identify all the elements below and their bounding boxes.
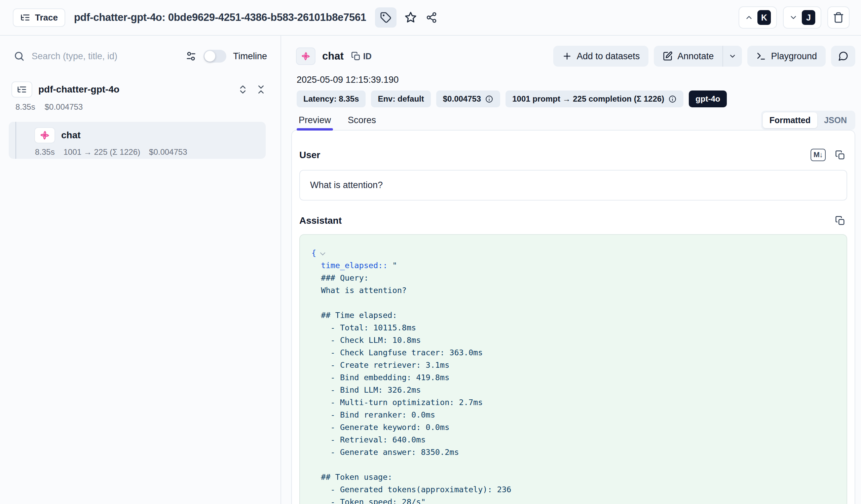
generation-pinwheel-icon (39, 130, 51, 141)
expand-all-button[interactable] (237, 84, 248, 95)
search-row: Timeline (9, 44, 272, 68)
observation-tree: pdf-chatter-gpt-4o 8.35s $ (9, 81, 272, 159)
shortcut-key-k: K (757, 10, 771, 25)
annotate-dropdown-button[interactable] (722, 46, 742, 67)
add-to-datasets-label: Add to datasets (577, 51, 640, 62)
copy-icon[interactable] (835, 216, 845, 226)
top-bar: Trace pdf-chatter-gpt-4o: 0bde9629-4251-… (0, 0, 861, 36)
tab-bar: Preview Scores Formatted JSON (291, 111, 855, 130)
next-trace-button[interactable]: J (783, 6, 821, 29)
info-icon[interactable] (485, 95, 493, 103)
tree-fold-controls (237, 84, 266, 95)
code-line: - Bind embedding: 419.8ms (312, 371, 835, 384)
observation-name: chat (61, 130, 81, 141)
copy-icon (351, 52, 360, 61)
code-line: - Bind reranker: 0.0ms (312, 409, 835, 421)
playground-button[interactable]: Playground (747, 46, 826, 67)
filter-sliders-icon[interactable] (185, 51, 197, 62)
code-line (312, 297, 835, 309)
page-title: pdf-chatter-gpt-4o: 0bde9629-4251-4386-b… (74, 11, 366, 24)
shortcut-key-j: J (802, 10, 815, 25)
tab-preview[interactable]: Preview (297, 111, 333, 130)
search-input[interactable] (32, 51, 179, 62)
model-badge: gpt-4o (689, 91, 727, 107)
info-icon[interactable] (668, 95, 677, 103)
terminal-icon (756, 51, 766, 61)
code-line: ### Query: (312, 272, 835, 284)
user-heading: User (299, 150, 320, 161)
code-line: - Generate keyword: 0.0ms (312, 421, 835, 434)
assistant-section-header: Assistant (299, 215, 847, 226)
code-line: - Check Langfuse tracer: 363.0ms (312, 346, 835, 359)
observation-latency: 8.35s (35, 147, 55, 157)
observation-timestamp: 2025-05-09 12:15:39.190 (297, 75, 855, 85)
io-preview-card: User M↓ What is attention? Assistant { t… (291, 130, 855, 504)
code-line: - Token speed: 28/s" (312, 496, 835, 504)
copy-id-button[interactable]: ID (351, 52, 372, 61)
code-line (312, 459, 835, 471)
add-to-datasets-button[interactable]: Add to datasets (553, 46, 649, 67)
collapse-all-button[interactable] (256, 84, 266, 95)
chevrons-down-up-icon (256, 84, 266, 95)
observation-tokens: 1001 → 225 (Σ 1226) (64, 147, 140, 157)
list-tree-icon (20, 12, 30, 23)
code-line: What is attention? (312, 284, 835, 297)
cost-badge: $0.004753 (436, 91, 500, 107)
json-option[interactable]: JSON (817, 112, 853, 128)
code-line: - Generate answer: 8350.2ms (312, 446, 835, 459)
observation-detail-panel: chat ID Add to datasets Annotate (281, 36, 861, 504)
copy-icon[interactable] (835, 150, 845, 160)
user-message: What is attention? (299, 170, 847, 201)
code-line: - Check LLM: 10.8ms (312, 334, 835, 346)
star-button[interactable] (402, 9, 420, 26)
collapse-json-icon[interactable] (320, 250, 326, 256)
playground-label: Playground (771, 51, 817, 62)
annotate-button[interactable]: Annotate (654, 46, 722, 67)
share-button[interactable] (423, 9, 440, 26)
chevron-up-icon (744, 13, 753, 22)
code-line: - Total: 10115.8ms (312, 322, 835, 334)
chevron-down-icon (728, 52, 737, 60)
trace-tree-sidebar: Timeline pdf-chatter-gpt-4o (0, 36, 281, 504)
tag-icon (380, 12, 392, 23)
share-icon (426, 12, 437, 23)
observation-header: chat ID Add to datasets Annotate (296, 46, 855, 67)
observation-item-chat[interactable]: chat 8.35s 1001 → 225 (Σ 1226) $0.004753 (9, 122, 266, 159)
latency-badge: Latency: 8.35s (297, 91, 366, 107)
toggle-knob (204, 51, 215, 62)
assistant-output-json: { time_elapsed:: " ### Query: What is at… (299, 234, 847, 504)
format-segmented-control: Formatted JSON (761, 111, 855, 130)
star-icon (404, 11, 417, 24)
token-usage-badge: 1001 prompt → 225 completion (Σ 1226) (506, 91, 683, 107)
topbar-nav-group: K J (739, 6, 850, 29)
code-line: - Multi-turn optimization: 2.7ms (312, 396, 835, 409)
trace-node-metrics: 8.35s $0.004753 (15, 102, 272, 112)
plus-icon (562, 51, 572, 61)
assistant-code-lines: { time_elapsed:: " ### Query: What is at… (312, 247, 835, 504)
generation-header-pill (296, 47, 315, 65)
env-badge: Env: default (371, 91, 430, 107)
trace-root-node[interactable]: pdf-chatter-gpt-4o (9, 81, 272, 98)
trace-badge-label: Trace (35, 12, 58, 23)
formatted-option[interactable]: Formatted (763, 112, 817, 128)
comments-button[interactable] (831, 46, 855, 67)
user-section-header: User M↓ (299, 149, 847, 161)
annotate-label: Annotate (678, 51, 714, 62)
previous-trace-button[interactable]: K (739, 6, 777, 29)
timeline-toggle[interactable] (204, 50, 226, 63)
tab-scores[interactable]: Scores (346, 111, 378, 130)
code-line: { (312, 247, 835, 259)
trace-latency: 8.35s (15, 102, 35, 112)
edit-pen-icon (662, 51, 673, 61)
code-line: - Bind LLM: 326.2ms (312, 384, 835, 396)
code-line: - Generated tokens(approximately): 236 (312, 483, 835, 496)
annotate-split-button: Annotate (654, 46, 742, 67)
tag-button[interactable] (375, 8, 397, 28)
code-line: time_elapsed:: " (312, 259, 835, 272)
generation-pinwheel-icon (300, 51, 311, 62)
markdown-toggle-icon[interactable]: M↓ (810, 149, 826, 161)
observation-metrics: 8.35s 1001 → 225 (Σ 1226) $0.004753 (35, 147, 259, 157)
delete-trace-button[interactable] (828, 6, 850, 29)
cost-value: $0.004753 (443, 94, 481, 104)
observation-title: chat (322, 50, 344, 62)
